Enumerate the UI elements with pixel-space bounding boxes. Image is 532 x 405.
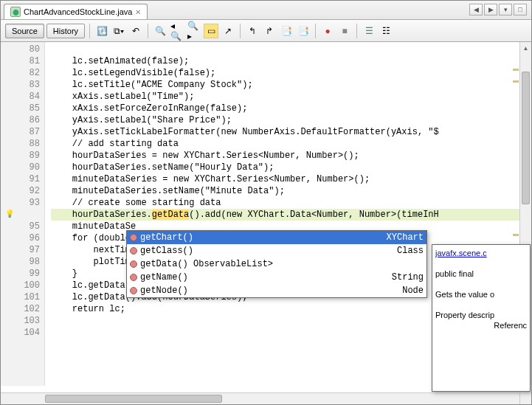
history-view-button[interactable]: History [46,24,85,38]
code-line[interactable]: lc.setLegendVisible(false); [51,67,531,79]
line-number: 90 [1,162,40,173]
code-line[interactable]: hourDataSeries = new XYChart.Series<Numb… [51,150,531,162]
code-line[interactable]: // create some starting data [51,197,531,209]
javadoc-ref: Referenc [494,320,527,330]
javadoc-popup[interactable]: javafx.scene.c public final Gets the val… [432,244,531,392]
tab-bar: ⬤ ChartAdvancedStockLine.java ✕ ◀ ▶ ▾ □ [1,1,531,20]
line-number: 95 [1,221,40,232]
code-line[interactable]: xAxis.setLabel("Time"); [51,91,531,103]
code-completion-popup[interactable]: getChart()XYChartgetClass()ClassgetData(… [126,230,427,298]
code-line[interactable]: yAxis.setTickLabelFormatter(new NumberAx… [51,126,531,138]
line-number: 81 [1,55,40,67]
completion-item[interactable]: getClass()Class [127,244,426,257]
scroll-thumb-h[interactable] [45,395,222,403]
step-back-icon[interactable]: ↰ [245,24,260,38]
scroll-up-icon[interactable]: ▲ [520,42,531,54]
separator [356,24,357,38]
code-line[interactable]: xAxis.setForceZeroInRange(false); [51,103,531,114]
code-line[interactable]: hourDataSeries.getData().add(new XYChart… [51,209,531,221]
tab-filename: ChartAdvancedStockLine.java [24,7,132,16]
indent-icon[interactable]: ☰ [362,24,376,38]
line-number: 100 [1,280,40,291]
javadoc-prop: Property descrip [435,311,494,319]
completion-return-type: String [392,272,424,283]
line-number: 91 [1,173,40,185]
completion-return-type: Node [402,285,424,296]
find-next-icon[interactable]: 🔍▸ [187,24,201,38]
step-fwd-icon[interactable]: ↱ [262,24,277,38]
comment-icon[interactable]: ☷ [379,24,393,38]
close-icon[interactable]: ✕ [135,8,141,16]
line-number: 102 [1,303,40,315]
code-line[interactable]: lc.setAnimated(false); [51,55,531,67]
method-icon [130,260,137,268]
editor-toolbar: Source History 🔃 ⧉▾ ↶ 🔍 ◂🔍 🔍▸ ▭ ↗ ↰ ↱ 📑 … [1,20,531,42]
line-number: 104 [1,327,40,339]
completion-item[interactable]: getData() ObservableList> [127,257,426,271]
separator [89,24,90,38]
tab-prev-button[interactable]: ◀ [469,4,483,15]
completion-name: getClass() [140,246,193,256]
completion-item[interactable]: getChart()XYChart [127,231,426,244]
refresh-icon[interactable]: 🔃 [94,24,109,38]
code-line[interactable]: lc.setTitle("ACME Company Stock"); [51,79,531,91]
separator [240,24,241,38]
completion-name: getData() ObservableList> [140,259,273,269]
find-icon[interactable]: 🔍 [153,24,167,38]
separator [148,24,148,38]
bookmark2-icon[interactable]: 📑 [296,24,311,38]
line-number: 92 [1,185,40,197]
record-icon[interactable]: ● [320,24,335,38]
source-view-button[interactable]: Source [5,24,44,38]
horizontal-scrollbar[interactable] [1,392,519,404]
line-number: 83 [1,79,40,91]
javadoc-link[interactable]: javafx.scene.c [435,249,487,257]
line-number: 96 [1,232,40,244]
code-line[interactable]: hourDataSeries.setName("Hourly Data"); [51,162,531,173]
diff-icon[interactable]: ⧉▾ [111,24,126,38]
completion-name: getChart() [140,232,193,243]
scroll-corner [519,392,531,404]
error-mark[interactable] [513,80,519,83]
stop-icon[interactable]: ■ [337,24,352,38]
method-icon [130,274,137,281]
find-prev-icon[interactable]: ◂🔍 [170,24,184,38]
highlight-icon[interactable]: ▭ [204,24,218,38]
nav-back-icon[interactable]: ↶ [128,24,143,38]
completion-item[interactable]: getNode()Node [127,284,426,297]
completion-name: getNode() [140,285,188,296]
java-file-icon: ⬤ [10,7,21,17]
separator [315,24,316,38]
line-number: 86 [1,114,40,126]
line-number: 87 [1,126,40,138]
code-line[interactable] [51,44,531,55]
cursor-icon[interactable]: ↗ [221,24,235,38]
completion-return-type: Class [397,246,424,256]
completion-item[interactable]: getName()String [127,271,426,284]
scroll-thumb-v[interactable] [522,72,530,204]
line-number: 84 [1,91,40,103]
line-number [1,209,40,221]
error-mark[interactable] [513,234,519,236]
line-number: 98 [1,256,40,268]
line-number: 88 [1,138,40,150]
code-line[interactable]: minuteDataSeries.setName("Minute Data"); [51,185,531,197]
tab-list-button[interactable]: ▾ [499,4,512,15]
code-line[interactable]: minuteDataSeries = new XYChart.Series<Nu… [51,173,531,185]
tab-nav: ◀ ▶ ▾ □ [469,4,527,15]
tab-next-button[interactable]: ▶ [484,4,497,15]
method-icon [130,287,137,294]
error-mark[interactable] [513,69,519,71]
tab-max-button[interactable]: □ [514,4,527,15]
javadoc-signature: public final [435,269,474,278]
line-number: 97 [1,244,40,256]
bookmark-icon[interactable]: 📑 [279,24,294,38]
code-line[interactable]: // add starting data [51,138,531,150]
code-line[interactable]: yAxis.setLabel("Share Price"); [51,114,531,126]
javadoc-desc: Gets the value o [435,290,494,299]
completion-name: getName() [140,272,188,283]
line-gutter: 8081828384858687888990919293959697989910… [1,42,45,386]
file-tab[interactable]: ⬤ ChartAdvancedStockLine.java ✕ [4,4,148,19]
line-number: 80 [1,44,40,55]
completion-return-type: XYChart [387,232,424,243]
